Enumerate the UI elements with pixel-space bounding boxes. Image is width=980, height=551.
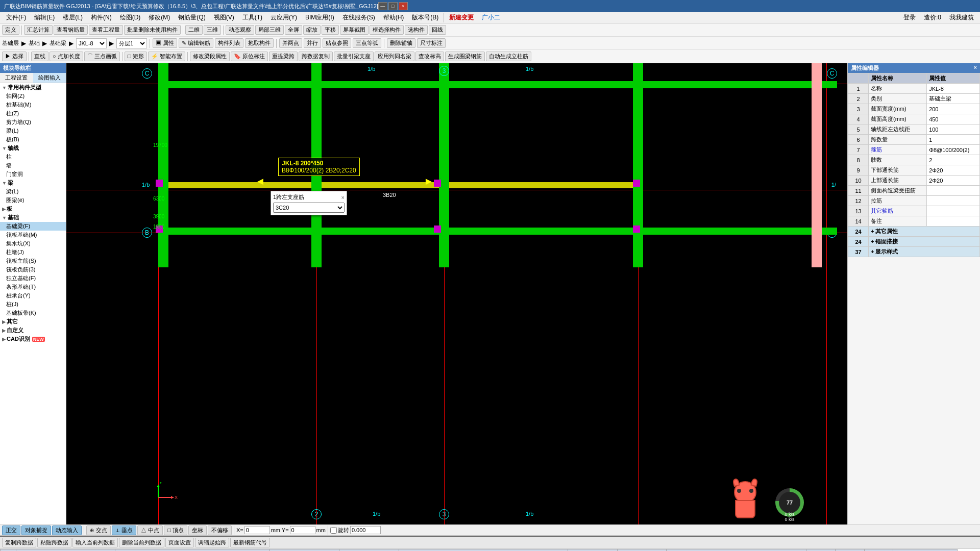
gen-ring-beam-button[interactable]: 生成圈梁钢筋 xyxy=(445,52,485,61)
tree-custom-group[interactable]: ▶ 自定义 xyxy=(0,326,66,335)
tree-slab[interactable]: 板(B) xyxy=(0,135,66,144)
menu-view[interactable]: 视图(V) xyxy=(210,12,238,23)
element-select[interactable]: JKL-8 xyxy=(76,38,107,48)
pick-element-button[interactable]: 抱取构件 xyxy=(245,38,274,48)
snap-ref-button[interactable]: 贴点参照 xyxy=(323,38,351,48)
minimize-button[interactable]: — xyxy=(378,2,387,10)
page-setup-btn[interactable]: 页面设置 xyxy=(165,538,194,547)
snap-no-offset[interactable]: 不偏移 xyxy=(208,525,232,535)
tree-isolated-foundation[interactable]: 独立基础(F) xyxy=(0,274,66,283)
batch-delete-button[interactable]: 批量删除未使用构件 xyxy=(124,25,181,35)
tree-foundation-band[interactable]: 基础板带(K) xyxy=(0,309,66,317)
edit-rebar-button[interactable]: ✎ 编辑钢筋 xyxy=(179,38,213,48)
rotate-checkbox[interactable] xyxy=(330,527,337,534)
rect-tool[interactable]: □ 矩形 xyxy=(125,52,147,61)
tree-raft-neg-rebar[interactable]: 筏板负筋(3) xyxy=(0,265,66,274)
tree-other-group[interactable]: ▶ 其它 xyxy=(0,317,66,326)
prop-group-other[interactable]: 24 + 其它属性 xyxy=(848,227,980,237)
coord-x-input[interactable] xyxy=(244,526,270,534)
line-tool[interactable]: 直线 xyxy=(31,52,48,61)
menu-tools[interactable]: 工具(T) xyxy=(238,12,266,23)
menu-floor[interactable]: 楼层(L) xyxy=(59,12,87,23)
tree-beam[interactable]: 梁(L) xyxy=(0,127,66,135)
pan-button[interactable]: 平移 xyxy=(322,25,339,35)
copy-span-data-button[interactable]: 跨数据复制 xyxy=(299,52,333,61)
tree-axis-group[interactable]: ▼ 轴线 xyxy=(0,144,66,153)
adjust-start-span-btn[interactable]: 调缩起始跨 xyxy=(195,538,229,547)
prop-group-style[interactable]: 37 + 显示样式 xyxy=(848,247,980,257)
maximize-button[interactable]: □ xyxy=(388,2,398,10)
popup-close-button[interactable]: × xyxy=(341,194,345,201)
menu-edit[interactable]: 编辑(E) xyxy=(30,12,59,23)
tree-foundation-group[interactable]: ▼ 基础 xyxy=(0,213,66,222)
tree-wall[interactable]: 墙 xyxy=(0,161,66,170)
snap-object[interactable]: 对象捕捉 xyxy=(21,525,51,535)
3d-button[interactable]: 三维 xyxy=(204,25,221,35)
snap-coord[interactable]: 坐标 xyxy=(188,525,207,535)
apply-same-name-button[interactable]: 应用到同名梁 xyxy=(375,52,414,61)
tree-strip-foundation[interactable]: 条形基础(T) xyxy=(0,283,66,291)
select-layer-button[interactable]: 选构件 xyxy=(405,25,428,35)
rebar-code-btn[interactable]: 最新钢筋代号 xyxy=(230,538,270,547)
menu-my[interactable]: 我我建筑 xyxy=(945,12,978,23)
tree-pile[interactable]: 桩(J) xyxy=(0,300,66,309)
level-select[interactable]: 分层1 xyxy=(116,38,147,48)
auto-gen-column-button[interactable]: 自动生成立柱筋 xyxy=(486,52,531,61)
menu-version[interactable]: 版本号(B) xyxy=(408,12,443,23)
snap-intersection[interactable]: ⊕ 交点 xyxy=(86,525,111,535)
view-rebar-button[interactable]: 查看钢筋量 xyxy=(54,25,88,35)
coord-y-input[interactable] xyxy=(290,526,315,534)
tree-column-base[interactable]: 柱墩(J) xyxy=(0,248,66,257)
close-button[interactable]: × xyxy=(399,2,408,10)
rotate-input[interactable] xyxy=(350,526,381,534)
menu-points[interactable]: 造价:0 xyxy=(920,12,945,23)
dim-button[interactable]: 尺寸标注 xyxy=(417,38,446,48)
tree-beam-group[interactable]: ▼ 梁 xyxy=(0,179,66,187)
tree-slab-group[interactable]: ▶ 板 xyxy=(0,205,66,213)
merge-two-point-button[interactable]: 并两点 xyxy=(279,38,302,48)
parallel-button[interactable]: 并行 xyxy=(304,38,321,48)
screenshot-button[interactable]: 屏幕截图 xyxy=(340,25,369,35)
smart-place-tool[interactable]: ⚡ 智能布置 xyxy=(148,52,185,61)
menu-online[interactable]: 在线服务(S) xyxy=(338,12,379,23)
2d-button[interactable]: 二维 xyxy=(185,25,203,35)
menu-help[interactable]: 帮助(H) xyxy=(379,12,408,23)
menu-new-change[interactable]: 新建变更 xyxy=(445,12,478,23)
copy-span-btn[interactable]: 复制跨数据 xyxy=(2,538,36,547)
fullscreen-button[interactable]: 全屏 xyxy=(285,25,302,35)
three-arc-tool[interactable]: ⌒ 三点画弧 xyxy=(84,52,120,61)
tree-column[interactable]: 柱(Z) xyxy=(0,109,66,118)
tree-raft[interactable]: 筏板基础(M) xyxy=(0,231,66,239)
line-button[interactable]: 回线 xyxy=(429,25,446,35)
tree-common-types[interactable]: ▼ 常用构件类型 xyxy=(0,83,66,92)
paste-span-btn[interactable]: 粘贴跨数据 xyxy=(37,538,71,547)
draw-input-section[interactable]: 绘图输入 xyxy=(33,73,66,83)
point-extend-tool[interactable]: ○ 点加长度 xyxy=(50,52,83,61)
prop-group-anchor[interactable]: 24 + 锚固搭接 xyxy=(848,237,980,247)
tree-axis[interactable]: 轴网(Z) xyxy=(0,92,66,101)
project-settings-section[interactable]: 工程设置 xyxy=(0,73,33,83)
check-elevation-button[interactable]: 查改标高 xyxy=(415,52,444,61)
tree-ring-beam[interactable]: 圈梁(é) xyxy=(0,196,66,205)
property-panel-close[interactable]: × xyxy=(974,64,977,72)
snap-orthogonal[interactable]: 正交 xyxy=(2,525,20,535)
snap-endpoint[interactable]: □ 顶点 xyxy=(164,525,187,535)
select-tool[interactable]: ▶ 选择 xyxy=(2,52,27,61)
batch-assign-seat-button[interactable]: 批量引梁支座 xyxy=(334,52,374,61)
menu-element[interactable]: 构件(N) xyxy=(87,12,116,23)
snap-dynamic-input[interactable]: 动态输入 xyxy=(52,525,82,535)
re-extract-span-button[interactable]: 重提梁跨 xyxy=(269,52,298,61)
menu-draw[interactable]: 绘图(D) xyxy=(116,12,145,23)
define-button[interactable]: 定义 xyxy=(2,25,19,35)
menu-bim[interactable]: BIM应用(I) xyxy=(301,12,338,23)
menu-file[interactable]: 文件(F) xyxy=(2,12,30,23)
tree-door-window[interactable]: 门窗洞 xyxy=(0,170,66,179)
zoom-button[interactable]: 缩放 xyxy=(303,25,321,35)
tree-col[interactable]: 柱 xyxy=(0,153,66,161)
box-select-button[interactable]: 框选择构件 xyxy=(370,25,404,35)
tree-shear-wall[interactable]: 剪力墙(Q) xyxy=(0,118,66,127)
menu-cloud[interactable]: 云应用(Y) xyxy=(266,12,301,23)
element-list-button[interactable]: 构件列表 xyxy=(215,38,243,48)
input-col-btn[interactable]: 输入当前列数据 xyxy=(72,538,118,547)
menu-rebar[interactable]: 钢筋量(Q) xyxy=(174,12,209,23)
